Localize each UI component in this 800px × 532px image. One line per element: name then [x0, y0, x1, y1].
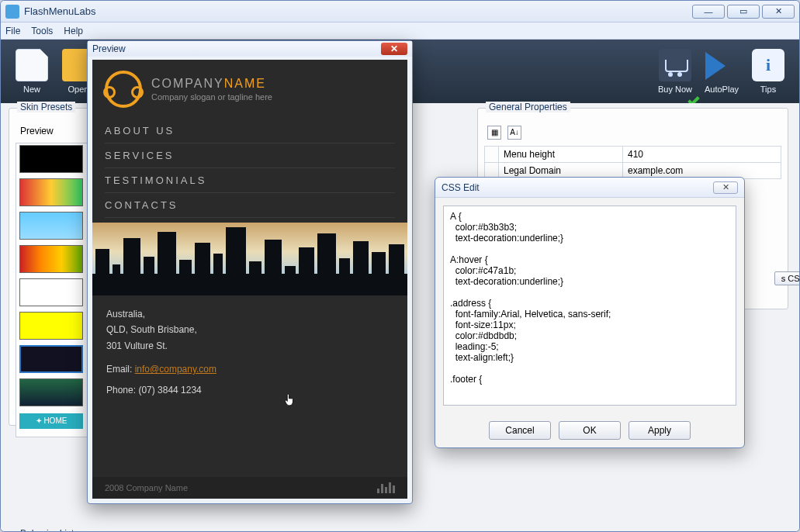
- toolbar-new-label: New: [23, 85, 40, 94]
- brand-text-b: NAME: [224, 77, 266, 90]
- preview-close-button[interactable]: ✕: [381, 43, 407, 55]
- app-icon: [5, 5, 19, 19]
- categorize-icon[interactable]: ▦: [487, 126, 501, 140]
- nav-item[interactable]: TESTIMONIALS: [105, 168, 395, 193]
- cursor-hand-icon: [285, 393, 296, 407]
- info-icon: [752, 49, 784, 81]
- phone-label: Phone:: [106, 385, 136, 396]
- menu-help[interactable]: Help: [64, 26, 83, 36]
- menu-tools[interactable]: Tools: [31, 26, 53, 36]
- property-value[interactable]: 410: [623, 147, 781, 163]
- css-edit-title: CSS Edit: [442, 182, 713, 193]
- css-editor-textarea[interactable]: A { color:#b3b3b3; text-decoration:under…: [443, 206, 736, 406]
- toolbar-open-label: Open: [68, 85, 89, 94]
- preview-footer: 2008 Company Name: [92, 477, 407, 499]
- address-block: Australia, QLD, South Brisbane, 301 Vult…: [92, 295, 407, 398]
- address-line: QLD, South Brisbane,: [106, 322, 393, 337]
- preview-canvas: COMPANYNAME Company slogan or tagline he…: [92, 60, 407, 499]
- preset-thumb[interactable]: [19, 278, 83, 306]
- maximize-button[interactable]: ▭: [727, 5, 760, 19]
- nav-item[interactable]: CONTACTS: [105, 193, 395, 218]
- toolbar-autoplay[interactable]: AutoPlay: [698, 49, 745, 94]
- css-button[interactable]: s CSS: [774, 271, 800, 285]
- preset-thumb[interactable]: [19, 378, 83, 406]
- sort-az-icon[interactable]: A↓: [507, 126, 521, 140]
- toolbar-tips-label: Tips: [760, 85, 776, 94]
- nav-item[interactable]: SERVICES: [105, 143, 395, 168]
- address-line: Australia,: [106, 306, 393, 322]
- preview-dialog[interactable]: Preview ✕ COMPANYNAME Company slogan or …: [87, 40, 413, 504]
- address-line: 301 Vulture St.: [106, 338, 393, 354]
- footer-text: 2008 Company Name: [105, 483, 188, 492]
- menu-bar: File Tools Help: [1, 22, 799, 40]
- menu-file[interactable]: File: [5, 26, 20, 36]
- play-icon: [705, 52, 726, 80]
- cart-icon: [659, 49, 691, 81]
- toolbar-buy-now[interactable]: Buy Now: [652, 49, 698, 94]
- preview-dialog-title: Preview: [92, 43, 381, 54]
- preset-thumb[interactable]: [19, 178, 83, 206]
- property-row: Menu height 410: [485, 147, 781, 163]
- window-title: FlashMenuLabs: [24, 5, 692, 17]
- preset-thumb[interactable]: [19, 312, 83, 340]
- css-edit-close-button[interactable]: ✕: [713, 181, 738, 194]
- brand-slogan: Company slogan or tagline here: [151, 92, 272, 102]
- preset-thumb[interactable]: [19, 212, 83, 240]
- ok-button[interactable]: OK: [559, 421, 621, 440]
- general-properties-title: General Properties: [486, 102, 570, 112]
- apply-button[interactable]: Apply: [629, 421, 691, 440]
- toolbar-autoplay-label: AutoPlay: [705, 85, 739, 94]
- property-key: Menu height: [499, 147, 623, 163]
- behavior-title: Behavior List: [17, 528, 77, 532]
- preset-thumb[interactable]: [19, 145, 83, 173]
- expand-toggle[interactable]: [485, 147, 499, 163]
- css-edit-dialog[interactable]: CSS Edit ✕ A { color:#b3b3b3; text-decor…: [435, 177, 745, 448]
- skyline-image: [92, 223, 407, 295]
- cancel-button[interactable]: Cancel: [489, 421, 551, 440]
- phone-value: (07) 3844 1234: [138, 385, 201, 396]
- minimize-button[interactable]: —: [692, 5, 725, 19]
- company-logo-icon: [105, 71, 142, 108]
- properties-grid[interactable]: Menu height 410 Legal Domain example.com: [484, 146, 781, 179]
- brand-text-a: COMPANY: [151, 77, 224, 90]
- skin-presets-title: Skin Presets: [17, 102, 75, 112]
- close-button[interactable]: ✕: [762, 5, 795, 19]
- title-bar[interactable]: FlashMenuLabs — ▭ ✕: [1, 1, 799, 22]
- preview-nav: ABOUT US SERVICES TESTIMONIALS CONTACTS: [92, 119, 407, 218]
- toolbar-new[interactable]: New: [9, 49, 55, 94]
- new-file-icon: [16, 49, 48, 81]
- equalizer-icon: [377, 482, 395, 493]
- toolbar-tips[interactable]: Tips: [745, 49, 791, 94]
- nav-item[interactable]: ABOUT US: [105, 119, 395, 143]
- preset-thumb-active[interactable]: [19, 345, 83, 373]
- preset-thumb[interactable]: [19, 245, 83, 273]
- email-link[interactable]: info@company.com: [135, 364, 216, 375]
- toolbar-buy-label: Buy Now: [658, 85, 692, 94]
- home-button[interactable]: ✦ HOME: [19, 413, 83, 429]
- email-label: Email:: [106, 364, 132, 375]
